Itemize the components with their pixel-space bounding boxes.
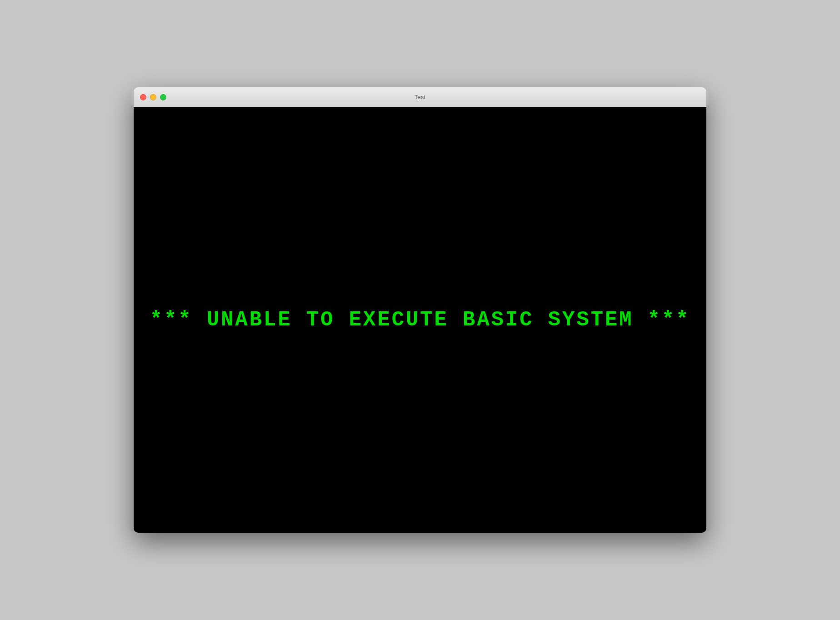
titlebar: Test	[134, 87, 706, 107]
terminal-body: *** UNABLE TO EXECUTE BASIC SYSTEM ***	[134, 107, 706, 533]
window-title: Test	[415, 94, 426, 100]
application-window: Test *** UNABLE TO EXECUTE BASIC SYSTEM …	[134, 87, 706, 533]
minimize-button[interactable]	[150, 94, 156, 100]
close-button[interactable]	[140, 94, 146, 100]
error-message-text: *** UNABLE TO EXECUTE BASIC SYSTEM ***	[150, 308, 690, 332]
traffic-lights	[140, 94, 166, 100]
maximize-button[interactable]	[160, 94, 166, 100]
